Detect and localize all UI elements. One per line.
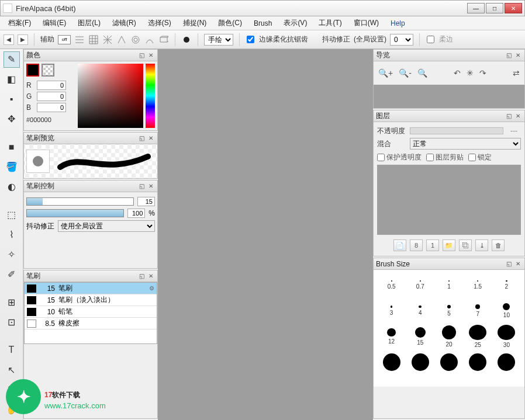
add-folder-button[interactable]: 📁 — [443, 239, 455, 251]
size-slider[interactable] — [26, 197, 134, 206]
undock-icon[interactable]: ◱ — [505, 260, 513, 268]
zoom-fit-icon[interactable]: 🔍 — [417, 68, 427, 78]
zoom-in-icon[interactable]: 🔍+ — [378, 68, 393, 78]
lock-check[interactable]: 锁定 — [468, 152, 492, 162]
snap-radial-icon[interactable] — [130, 34, 141, 45]
eraser-tool[interactable]: ◧ — [4, 71, 20, 88]
maximize-button[interactable]: □ — [486, 3, 503, 13]
menu-tool[interactable]: 工具(T) — [314, 17, 346, 29]
brush-size-cell[interactable]: 1.5 — [464, 273, 492, 297]
operate-tool[interactable]: ⊡ — [4, 314, 20, 330]
protect-alpha-check[interactable]: 保护透明度 — [377, 152, 422, 162]
close-icon[interactable]: ✕ — [147, 134, 155, 143]
minimize-button[interactable]: — — [467, 3, 485, 13]
snap-curve-icon[interactable] — [144, 34, 155, 45]
select-rect-tool[interactable]: ⬚ — [4, 207, 20, 223]
opacity-slider[interactable] — [26, 209, 124, 217]
dot-tool[interactable]: ▪ — [4, 91, 20, 107]
rotate-reset-icon[interactable]: ✳ — [467, 68, 474, 78]
snap-parallel-icon[interactable] — [74, 34, 85, 45]
stab-select-local[interactable]: 使用全局设置 — [58, 220, 155, 232]
menu-file[interactable]: 档案(F) — [4, 17, 36, 29]
select-wand-tool[interactable]: ✧ — [4, 246, 20, 262]
rotate-right-icon[interactable]: ↷ — [479, 68, 486, 78]
snap-grid-icon[interactable] — [88, 34, 99, 45]
menu-layer[interactable]: 图层(L) — [73, 17, 105, 29]
stab-select[interactable]: 0 — [390, 34, 413, 46]
soft-checkbox[interactable] — [427, 36, 434, 43]
assist-off-button[interactable]: off — [58, 35, 71, 44]
flip-icon[interactable]: ⇄ — [513, 68, 520, 78]
add-layer-button[interactable]: 📄 — [393, 239, 406, 251]
menu-select[interactable]: 选择(S) — [143, 17, 176, 29]
snap-3d-icon[interactable] — [158, 34, 169, 45]
mode-select[interactable]: 手绘 — [204, 34, 233, 46]
brush-size-cell[interactable]: 0.5 — [377, 273, 406, 297]
brush-item[interactable]: 10铅笔 — [25, 306, 157, 318]
fill-tool[interactable]: ■ — [4, 139, 20, 155]
hue-bar[interactable] — [146, 64, 155, 128]
gradient-tool[interactable]: ◐ — [4, 179, 20, 195]
brush-item[interactable]: 15笔刷⚙ — [25, 283, 157, 294]
brush-size-cell[interactable]: 5 — [434, 299, 463, 322]
menu-help[interactable]: Help — [386, 18, 410, 29]
zoom-out-icon[interactable]: 🔍- — [399, 68, 412, 78]
menu-view[interactable]: 表示(V) — [279, 17, 312, 29]
brush-tool[interactable]: ✎ — [4, 51, 20, 68]
close-icon[interactable]: ✕ — [514, 260, 522, 268]
object-tool[interactable]: ↖ — [4, 362, 20, 378]
merge-down-button[interactable]: ⤓ — [475, 239, 488, 251]
menu-brush[interactable]: Brush — [249, 18, 277, 29]
undock-icon[interactable]: ◱ — [505, 112, 513, 120]
aa-checkbox[interactable] — [247, 36, 254, 43]
snap-vanishing-icon[interactable] — [116, 34, 127, 45]
duplicate-layer-button[interactable]: ⿻ — [459, 239, 472, 251]
undock-icon[interactable]: ◱ — [137, 51, 146, 60]
menu-color[interactable]: 颜色(C) — [213, 17, 247, 29]
brush-size-cell[interactable]: 0.7 — [406, 273, 434, 297]
close-button[interactable]: ✕ — [505, 3, 522, 13]
close-icon[interactable]: ✕ — [514, 112, 522, 120]
layer-list[interactable] — [377, 165, 521, 235]
undock-icon[interactable]: ◱ — [137, 182, 146, 190]
close-icon[interactable]: ✕ — [147, 51, 155, 60]
foreground-swatch[interactable] — [26, 64, 39, 77]
add-8bit-button[interactable]: 8 — [410, 239, 423, 251]
g-input[interactable] — [37, 92, 66, 101]
undock-icon[interactable]: ◱ — [137, 272, 146, 280]
menu-edit[interactable]: 编辑(E) — [38, 17, 71, 29]
select-lasso-tool[interactable]: ⌇ — [4, 226, 20, 242]
close-icon[interactable]: ✕ — [147, 182, 155, 190]
canvas-area[interactable] — [158, 49, 373, 420]
brush-size-cell[interactable]: 20 — [434, 325, 463, 348]
snap-crisscross-icon[interactable] — [102, 34, 113, 45]
menu-filter[interactable]: 滤镜(R) — [108, 17, 141, 29]
clipping-check[interactable]: 图层剪贴 — [426, 152, 464, 162]
brush-size-cell[interactable]: 1 — [434, 273, 463, 297]
select-pen-tool[interactable]: ✐ — [4, 266, 20, 282]
size-input[interactable] — [137, 197, 155, 206]
brush-item[interactable]: 15笔刷（淡入淡出） — [25, 294, 157, 306]
undock-icon[interactable]: ◱ — [505, 51, 513, 60]
brush-size-cell[interactable]: 7 — [464, 299, 492, 322]
close-icon[interactable]: ✕ — [514, 51, 522, 60]
brush-size-cell[interactable]: 25 — [464, 325, 492, 348]
menu-snap[interactable]: 捕捉(N) — [178, 17, 212, 29]
undo-button[interactable]: ◀ — [4, 34, 14, 45]
brush-size-cell[interactable]: 4 — [406, 299, 434, 322]
brush-size-cell[interactable]: 15 — [406, 325, 434, 348]
brush-size-cell[interactable]: 30 — [492, 325, 521, 348]
blend-select[interactable]: 正常 — [410, 138, 521, 150]
brush-item[interactable]: 8.5橡皮擦 — [25, 318, 157, 329]
close-icon[interactable]: ✕ — [147, 272, 155, 280]
r-input[interactable] — [37, 81, 66, 90]
brush-size-cell[interactable]: 3 — [377, 299, 406, 322]
delete-layer-button[interactable]: 🗑 — [492, 239, 505, 251]
brush-size-grid[interactable]: 0.50.711.523457101215202530 — [374, 270, 524, 387]
layer-opacity-slider[interactable] — [410, 127, 503, 134]
background-swatch[interactable] — [42, 64, 54, 77]
bucket-tool[interactable]: 🪣 — [4, 159, 20, 175]
add-1bit-button[interactable]: 1 — [426, 239, 439, 251]
divide-tool[interactable]: ⊞ — [4, 294, 20, 310]
menu-window[interactable]: 窗口(W) — [349, 17, 384, 29]
